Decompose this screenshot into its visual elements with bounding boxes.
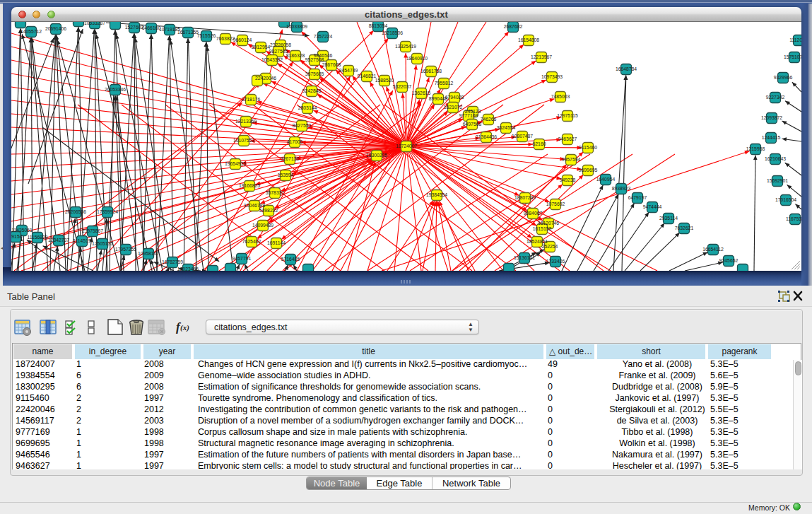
svg-text:9827505: 9827505 xyxy=(269,49,288,54)
svg-text:153594: 153594 xyxy=(278,173,294,177)
svg-text:10958107: 10958107 xyxy=(138,251,159,256)
svg-text:21364436: 21364436 xyxy=(476,134,497,139)
svg-text:19654935: 19654935 xyxy=(225,161,246,166)
svg-text:252254: 252254 xyxy=(542,244,558,249)
svg-text:16210643: 16210643 xyxy=(765,156,786,161)
svg-text:19166825: 19166825 xyxy=(239,183,260,188)
svg-text:8186328: 8186328 xyxy=(286,53,305,58)
svg-text:9227342: 9227342 xyxy=(766,95,785,100)
svg-text:16033809: 16033809 xyxy=(286,24,307,29)
svg-text:6497568: 6497568 xyxy=(463,122,482,127)
svg-text:10533287: 10533287 xyxy=(84,22,105,25)
svg-text:6794028: 6794028 xyxy=(445,95,464,100)
svg-text:17957255: 17957255 xyxy=(115,247,136,252)
svg-text:7625402: 7625402 xyxy=(242,239,261,244)
svg-text:18640910: 18640910 xyxy=(406,56,428,61)
svg-text:9527508: 9527508 xyxy=(305,57,324,62)
svg-text:12505135: 12505135 xyxy=(92,241,113,246)
svg-text:23975867: 23975867 xyxy=(82,228,103,233)
svg-text:6466160: 6466160 xyxy=(142,25,161,30)
svg-text:15692901: 15692901 xyxy=(767,178,788,183)
svg-text:1527602: 1527602 xyxy=(125,25,144,30)
svg-text:16961758: 16961758 xyxy=(420,69,442,74)
svg-text:12213967: 12213967 xyxy=(531,54,552,59)
svg-text:1114519: 1114519 xyxy=(73,238,91,243)
svg-text:1621072: 1621072 xyxy=(444,105,463,110)
svg-text:16648784: 16648784 xyxy=(616,66,637,71)
svg-text:9115460: 9115460 xyxy=(579,145,597,150)
svg-text:1362615: 1362615 xyxy=(412,90,431,95)
svg-text:2935114: 2935114 xyxy=(659,216,678,221)
svg-text:1075692: 1075692 xyxy=(546,201,565,206)
svg-text:8427552: 8427552 xyxy=(293,123,312,128)
svg-text:1640954: 1640954 xyxy=(596,177,616,182)
svg-text:417006: 417006 xyxy=(287,139,303,144)
svg-text:20206536: 20206536 xyxy=(65,209,86,214)
svg-text:1167533: 1167533 xyxy=(786,216,801,221)
svg-text:9699695: 9699695 xyxy=(579,168,598,173)
svg-text:1215958: 1215958 xyxy=(746,146,765,151)
svg-text:1691144: 1691144 xyxy=(267,240,286,245)
svg-text:8454749: 8454749 xyxy=(339,68,358,73)
svg-text:3675685: 3675685 xyxy=(305,71,324,76)
svg-text:10107553: 10107553 xyxy=(233,138,254,143)
svg-text:8813054: 8813054 xyxy=(369,23,388,28)
svg-text:22420046: 22420046 xyxy=(255,76,276,81)
svg-text:11156829: 11156829 xyxy=(27,235,47,240)
svg-text:16671355: 16671355 xyxy=(177,30,199,35)
svg-text:9777169: 9777169 xyxy=(459,113,478,118)
svg-text:1588520: 1588520 xyxy=(375,78,394,83)
svg-text:15136141: 15136141 xyxy=(514,255,535,260)
svg-text:10543382: 10543382 xyxy=(261,57,283,62)
svg-text:17016504: 17016504 xyxy=(775,197,796,202)
svg-text:9084067: 9084067 xyxy=(524,211,543,216)
svg-text:1615152: 1615152 xyxy=(533,226,552,231)
svg-text:16782759: 16782759 xyxy=(162,259,183,264)
svg-text:19384554: 19384554 xyxy=(426,192,447,197)
svg-text:12342737: 12342737 xyxy=(48,238,69,243)
svg-text:6479197: 6479197 xyxy=(628,195,647,200)
svg-text:949238: 949238 xyxy=(560,177,576,182)
svg-text:7955812: 7955812 xyxy=(435,81,454,86)
svg-text:19218506: 19218506 xyxy=(382,30,403,35)
svg-text:3267130: 3267130 xyxy=(281,156,300,161)
svg-text:14055712: 14055712 xyxy=(20,29,42,34)
svg-text:18724007: 18724007 xyxy=(396,144,417,148)
svg-text:12975115: 12975115 xyxy=(557,113,578,118)
svg-text:9660124: 9660124 xyxy=(233,37,252,42)
svg-text:7485003: 7485003 xyxy=(551,94,570,99)
svg-text:7632621: 7632621 xyxy=(675,226,694,230)
svg-text:5498222: 5498222 xyxy=(259,208,278,213)
svg-text:1244415: 1244415 xyxy=(762,135,781,140)
svg-text:746266: 746266 xyxy=(481,117,497,122)
svg-text:20053346: 20053346 xyxy=(105,87,126,92)
svg-text:12093872: 12093872 xyxy=(761,115,782,120)
svg-text:20691406: 20691406 xyxy=(45,26,66,31)
svg-text:9329966: 9329966 xyxy=(774,75,793,80)
svg-text:2867608: 2867608 xyxy=(322,62,341,67)
svg-text:10046788: 10046788 xyxy=(244,203,265,208)
svg-text:8938923: 8938923 xyxy=(612,186,631,191)
svg-text:5716485: 5716485 xyxy=(281,257,300,262)
svg-text:1112004: 1112004 xyxy=(789,37,801,42)
svg-text:2687682: 2687682 xyxy=(504,24,523,29)
svg-text:1733426: 1733426 xyxy=(546,259,565,264)
svg-text:18300295: 18300295 xyxy=(366,153,387,158)
svg-text:17359924: 17359924 xyxy=(97,209,118,214)
svg-text:12023466: 12023466 xyxy=(177,267,199,271)
svg-text:23226058: 23226058 xyxy=(270,42,291,47)
svg-text:9245652: 9245652 xyxy=(719,258,739,263)
svg-text:16154808: 16154808 xyxy=(518,37,539,42)
svg-text:5578331: 5578331 xyxy=(266,190,285,195)
svg-text:39154: 39154 xyxy=(11,234,23,239)
svg-text:15751074: 15751074 xyxy=(784,54,801,59)
svg-text:9146821: 9146821 xyxy=(358,74,377,78)
svg-text:9474444: 9474444 xyxy=(643,204,662,209)
svg-text:14099489: 14099489 xyxy=(252,223,273,228)
svg-text:2718176: 2718176 xyxy=(242,97,261,102)
svg-text:18807249: 18807249 xyxy=(514,195,536,200)
svg-text:11435061: 11435061 xyxy=(11,228,33,233)
svg-text:7357224: 7357224 xyxy=(314,34,333,39)
svg-text:62160: 62160 xyxy=(533,141,546,146)
svg-text:16654112: 16654112 xyxy=(702,247,724,252)
